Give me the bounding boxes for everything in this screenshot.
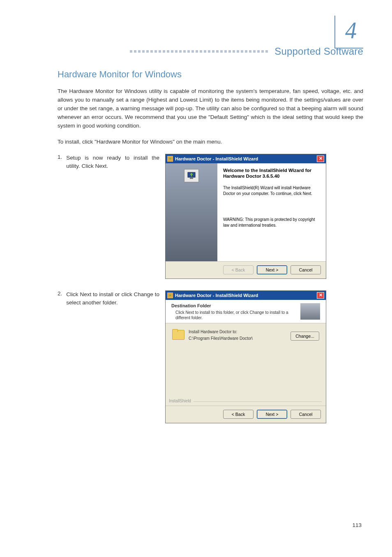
wizard1-warning: WARNING: This program is protected by co…	[223, 217, 320, 228]
decorative-dots	[130, 50, 268, 53]
wizard-side-graphic	[166, 163, 217, 261]
step-1-number: 1.	[58, 154, 62, 279]
wizard-header-graphic	[300, 303, 320, 320]
close-icon[interactable]: ✕	[317, 155, 324, 162]
cancel-button[interactable]: Cancel	[291, 410, 321, 419]
intro-paragraph: The Hardware Monitor for Windows utility…	[58, 87, 363, 130]
install-path: C:\Program Files\Hardware Doctor\	[189, 336, 287, 341]
wizard-destination-dialog: ✦ Hardware Doctor - InstallShield Wizard…	[165, 290, 326, 423]
wizard2-title: Hardware Doctor - InstallShield Wizard	[175, 293, 317, 298]
next-button[interactable]: Next >	[257, 265, 287, 274]
wizard1-title: Hardware Doctor - InstallShield Wizard	[175, 156, 317, 161]
wizard1-heading: Welcome to the InstallShield Wizard for …	[223, 167, 320, 180]
back-button[interactable]: < Back	[223, 410, 254, 419]
install-to-label: Install Hardware Doctor to:	[189, 329, 287, 335]
installer-icon: ✦	[167, 292, 173, 298]
install-instruction: To install, click "Hardware Monitor for …	[58, 138, 363, 146]
step-2-number: 2.	[58, 290, 62, 423]
change-button[interactable]: Change...	[291, 332, 319, 341]
svg-rect-1	[190, 178, 193, 179]
next-button[interactable]: Next >	[257, 410, 287, 419]
page-number: 113	[352, 522, 362, 528]
header-row: Supported Software	[58, 45, 363, 58]
computer-icon	[184, 169, 199, 182]
wizard1-paragraph: The InstallShield(R) Wizard will install…	[223, 185, 320, 196]
step-1-text: Setup is now ready to install the utilit…	[66, 154, 159, 279]
close-icon[interactable]: ✕	[317, 292, 324, 299]
wizard2-dest-sub: Click Next to install to this folder, or…	[171, 310, 300, 320]
section-title: Hardware Monitor for Windows	[58, 69, 363, 80]
folder-icon	[172, 329, 184, 340]
installer-icon: ✦	[167, 156, 173, 162]
chapter-badge: 4	[334, 16, 363, 49]
wizard2-dest-header: Destination Folder	[171, 303, 300, 308]
installshield-brand: InstallShield	[169, 399, 191, 403]
wizard-welcome-dialog: ✦ Hardware Doctor - InstallShield Wizard…	[165, 154, 326, 279]
back-button: < Back	[223, 265, 254, 274]
step-2-text: Click Next to install or click Change to…	[66, 290, 159, 423]
cancel-button[interactable]: Cancel	[291, 265, 321, 274]
chapter-number: 4	[342, 16, 357, 45]
